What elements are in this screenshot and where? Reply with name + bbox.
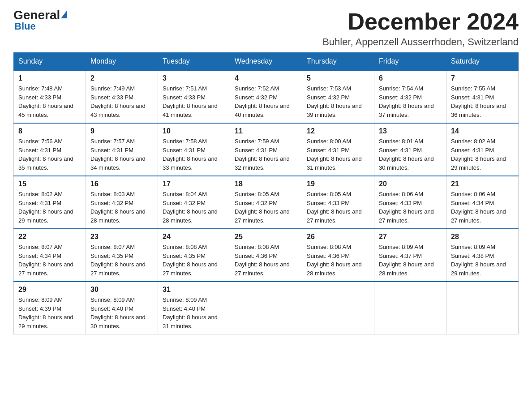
day-number: 7 bbox=[451, 74, 514, 82]
day-info: Sunrise: 8:04 AMSunset: 4:32 PMDaylight:… bbox=[163, 191, 218, 224]
day-info: Sunrise: 8:03 AMSunset: 4:32 PMDaylight:… bbox=[90, 191, 146, 224]
day-number: 2 bbox=[90, 74, 153, 82]
table-row: 5 Sunrise: 7:53 AMSunset: 4:32 PMDayligh… bbox=[302, 70, 374, 123]
table-row: 22 Sunrise: 8:07 AMSunset: 4:34 PMDaylig… bbox=[14, 229, 86, 282]
day-info: Sunrise: 7:57 AMSunset: 4:31 PMDaylight:… bbox=[90, 138, 146, 171]
table-row: 25 Sunrise: 8:08 AMSunset: 4:36 PMDaylig… bbox=[230, 229, 302, 282]
calendar-week-row: 29 Sunrise: 8:09 AMSunset: 4:39 PMDaylig… bbox=[14, 282, 519, 334]
table-row: 14 Sunrise: 8:02 AMSunset: 4:31 PMDaylig… bbox=[446, 123, 519, 176]
table-row: 15 Sunrise: 8:02 AMSunset: 4:31 PMDaylig… bbox=[14, 176, 86, 229]
day-number: 6 bbox=[379, 74, 442, 82]
col-wednesday: Wednesday bbox=[230, 53, 302, 71]
col-friday: Friday bbox=[374, 53, 446, 71]
day-info: Sunrise: 7:52 AMSunset: 4:32 PMDaylight:… bbox=[235, 85, 290, 118]
day-info: Sunrise: 8:06 AMSunset: 4:33 PMDaylight:… bbox=[379, 191, 434, 224]
day-info: Sunrise: 8:08 AMSunset: 4:36 PMDaylight:… bbox=[307, 244, 362, 277]
table-row: 23 Sunrise: 8:07 AMSunset: 4:35 PMDaylig… bbox=[86, 229, 158, 282]
day-number: 14 bbox=[451, 127, 514, 135]
table-row: 13 Sunrise: 8:01 AMSunset: 4:31 PMDaylig… bbox=[374, 123, 446, 176]
table-row: 27 Sunrise: 8:09 AMSunset: 4:37 PMDaylig… bbox=[374, 229, 446, 282]
calendar-week-row: 15 Sunrise: 8:02 AMSunset: 4:31 PMDaylig… bbox=[14, 176, 519, 229]
table-row: 7 Sunrise: 7:55 AMSunset: 4:31 PMDayligh… bbox=[446, 70, 519, 123]
day-info: Sunrise: 8:09 AMSunset: 4:37 PMDaylight:… bbox=[379, 244, 434, 277]
logo-general: General bbox=[13, 9, 67, 21]
day-info: Sunrise: 8:05 AMSunset: 4:33 PMDaylight:… bbox=[307, 191, 362, 224]
col-tuesday: Tuesday bbox=[158, 53, 230, 71]
col-thursday: Thursday bbox=[302, 53, 374, 71]
day-info: Sunrise: 7:56 AMSunset: 4:31 PMDaylight:… bbox=[18, 138, 73, 171]
table-row: 6 Sunrise: 7:54 AMSunset: 4:32 PMDayligh… bbox=[374, 70, 446, 123]
day-number: 3 bbox=[163, 74, 225, 82]
day-number: 10 bbox=[163, 127, 225, 135]
day-info: Sunrise: 8:09 AMSunset: 4:38 PMDaylight:… bbox=[451, 244, 506, 277]
table-row bbox=[446, 282, 519, 334]
table-row: 24 Sunrise: 8:08 AMSunset: 4:35 PMDaylig… bbox=[158, 229, 230, 282]
logo-blue: Blue bbox=[14, 21, 36, 32]
day-number: 25 bbox=[235, 233, 297, 241]
day-number: 30 bbox=[90, 286, 153, 294]
table-row: 20 Sunrise: 8:06 AMSunset: 4:33 PMDaylig… bbox=[374, 176, 446, 229]
day-number: 9 bbox=[90, 127, 153, 135]
table-row bbox=[230, 282, 302, 334]
table-row: 4 Sunrise: 7:52 AMSunset: 4:32 PMDayligh… bbox=[230, 70, 302, 123]
table-row: 19 Sunrise: 8:05 AMSunset: 4:33 PMDaylig… bbox=[302, 176, 374, 229]
day-number: 13 bbox=[379, 127, 442, 135]
title-area: December 2024 Buhler, Appenzell Ausserrh… bbox=[322, 9, 519, 48]
table-row: 31 Sunrise: 8:09 AMSunset: 4:40 PMDaylig… bbox=[158, 282, 230, 334]
day-info: Sunrise: 8:05 AMSunset: 4:32 PMDaylight:… bbox=[235, 191, 290, 224]
day-number: 17 bbox=[163, 180, 225, 188]
day-number: 12 bbox=[307, 127, 369, 135]
col-sunday: Sunday bbox=[14, 53, 86, 71]
page-header: General Blue December 2024 Buhler, Appen… bbox=[13, 9, 519, 48]
day-info: Sunrise: 7:54 AMSunset: 4:32 PMDaylight:… bbox=[379, 85, 434, 118]
day-info: Sunrise: 8:01 AMSunset: 4:31 PMDaylight:… bbox=[379, 138, 434, 171]
day-info: Sunrise: 7:53 AMSunset: 4:32 PMDaylight:… bbox=[307, 85, 362, 118]
day-number: 24 bbox=[163, 233, 225, 241]
day-info: Sunrise: 8:07 AMSunset: 4:35 PMDaylight:… bbox=[90, 244, 146, 277]
day-number: 21 bbox=[451, 180, 514, 188]
table-row: 26 Sunrise: 8:08 AMSunset: 4:36 PMDaylig… bbox=[302, 229, 374, 282]
logo: General Blue bbox=[13, 9, 67, 32]
calendar-table: Sunday Monday Tuesday Wednesday Thursday… bbox=[13, 52, 519, 334]
location-title: Buhler, Appenzell Ausserrhoden, Switzerl… bbox=[322, 36, 519, 48]
day-info: Sunrise: 8:02 AMSunset: 4:31 PMDaylight:… bbox=[18, 191, 73, 224]
day-number: 4 bbox=[235, 74, 297, 82]
day-number: 20 bbox=[379, 180, 442, 188]
day-number: 11 bbox=[235, 127, 297, 135]
day-info: Sunrise: 7:51 AMSunset: 4:33 PMDaylight:… bbox=[163, 85, 218, 118]
day-number: 26 bbox=[307, 233, 369, 241]
month-title: December 2024 bbox=[322, 9, 519, 34]
day-number: 8 bbox=[18, 127, 81, 135]
day-number: 19 bbox=[307, 180, 369, 188]
day-number: 29 bbox=[18, 286, 81, 294]
day-number: 18 bbox=[235, 180, 297, 188]
day-number: 28 bbox=[451, 233, 514, 241]
table-row: 10 Sunrise: 7:58 AMSunset: 4:31 PMDaylig… bbox=[158, 123, 230, 176]
day-number: 23 bbox=[90, 233, 153, 241]
col-monday: Monday bbox=[86, 53, 158, 71]
table-row: 11 Sunrise: 7:59 AMSunset: 4:31 PMDaylig… bbox=[230, 123, 302, 176]
day-info: Sunrise: 8:00 AMSunset: 4:31 PMDaylight:… bbox=[307, 138, 362, 171]
day-info: Sunrise: 7:55 AMSunset: 4:31 PMDaylight:… bbox=[451, 85, 506, 118]
day-number: 16 bbox=[90, 180, 153, 188]
table-row: 29 Sunrise: 8:09 AMSunset: 4:39 PMDaylig… bbox=[14, 282, 86, 334]
day-info: Sunrise: 8:09 AMSunset: 4:40 PMDaylight:… bbox=[163, 296, 218, 330]
table-row: 8 Sunrise: 7:56 AMSunset: 4:31 PMDayligh… bbox=[14, 123, 86, 176]
table-row: 30 Sunrise: 8:09 AMSunset: 4:40 PMDaylig… bbox=[86, 282, 158, 334]
day-number: 15 bbox=[18, 180, 81, 188]
table-row: 1 Sunrise: 7:48 AMSunset: 4:33 PMDayligh… bbox=[14, 70, 86, 123]
day-info: Sunrise: 7:58 AMSunset: 4:31 PMDaylight:… bbox=[163, 138, 218, 171]
logo-triangle-icon bbox=[61, 10, 67, 18]
day-number: 1 bbox=[18, 74, 81, 82]
day-info: Sunrise: 8:09 AMSunset: 4:39 PMDaylight:… bbox=[18, 296, 73, 330]
day-info: Sunrise: 7:59 AMSunset: 4:31 PMDaylight:… bbox=[235, 138, 290, 171]
table-row: 28 Sunrise: 8:09 AMSunset: 4:38 PMDaylig… bbox=[446, 229, 519, 282]
calendar-header-row: Sunday Monday Tuesday Wednesday Thursday… bbox=[14, 53, 519, 71]
day-info: Sunrise: 7:49 AMSunset: 4:33 PMDaylight:… bbox=[90, 85, 146, 118]
table-row bbox=[374, 282, 446, 334]
day-info: Sunrise: 8:06 AMSunset: 4:34 PMDaylight:… bbox=[451, 191, 506, 224]
day-number: 22 bbox=[18, 233, 81, 241]
day-number: 31 bbox=[163, 286, 225, 294]
day-info: Sunrise: 8:08 AMSunset: 4:36 PMDaylight:… bbox=[235, 244, 290, 277]
day-info: Sunrise: 7:48 AMSunset: 4:33 PMDaylight:… bbox=[18, 85, 73, 118]
